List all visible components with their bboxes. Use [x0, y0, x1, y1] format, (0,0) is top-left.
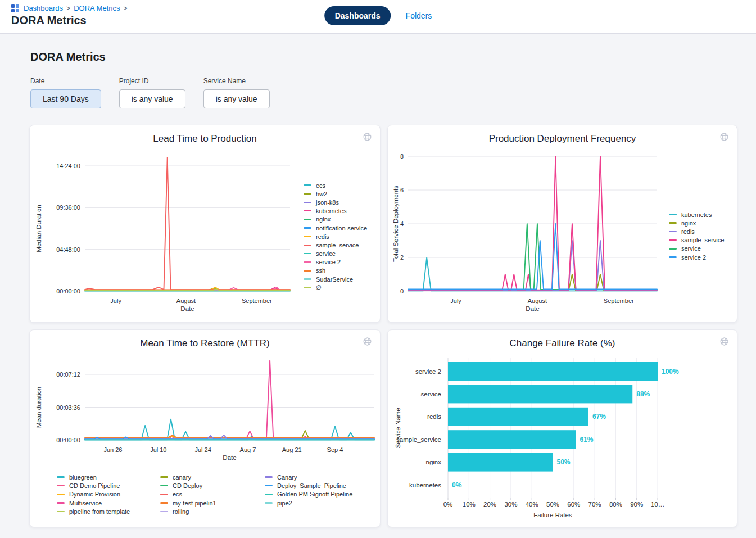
dashboard-title: DORA Metrics	[29, 51, 737, 64]
svg-text:14:24:00: 14:24:00	[56, 162, 80, 169]
legend-swatch	[304, 253, 311, 255]
legend-item[interactable]: Dynamic Provision	[57, 490, 160, 499]
svg-text:Jul 24: Jul 24	[194, 446, 211, 453]
legend-item[interactable]: sample_service	[669, 236, 724, 245]
legend-swatch	[57, 476, 65, 478]
legend-item[interactable]: Golden PM Signoff Pipeline	[265, 490, 352, 499]
legend-label: CD Deploy	[173, 482, 202, 489]
legend-swatch	[304, 287, 311, 289]
legend-swatch	[304, 219, 311, 220]
legend-swatch	[265, 485, 273, 487]
legend-item[interactable]: bluegreen	[57, 473, 160, 481]
legend-label: pipe2	[277, 500, 292, 507]
svg-text:August: August	[528, 297, 547, 304]
svg-text:6: 6	[400, 187, 404, 193]
legend-item[interactable]: json-k8s	[304, 198, 367, 206]
legend-swatch	[304, 227, 311, 229]
legend-item[interactable]: rolling	[160, 508, 265, 516]
legend-swatch	[669, 248, 677, 250]
legend-swatch	[669, 222, 677, 224]
svg-text:July: July	[450, 297, 461, 304]
legend-label: kubernetes	[316, 207, 346, 214]
breadcrumb-dashboards[interactable]: Dashboards	[24, 4, 63, 12]
service-name-filter-button[interactable]: is any value	[203, 89, 270, 108]
filter-date: Date Last 90 Days	[30, 77, 101, 108]
legend-label: sample_service	[316, 242, 359, 248]
legend-item[interactable]: canary	[160, 473, 265, 481]
svg-text:service 2: service 2	[415, 368, 441, 375]
legend-swatch	[160, 485, 168, 487]
svg-text:Jul 10: Jul 10	[150, 446, 166, 453]
legend-swatch	[669, 239, 677, 241]
legend-swatch	[669, 231, 677, 233]
filter-bar: Date Last 90 Days Project ID is any valu…	[29, 77, 737, 108]
legend-item[interactable]: service	[304, 250, 367, 258]
legend-item[interactable]: nginx	[304, 215, 367, 224]
legend-item[interactable]: notification-service	[304, 224, 367, 232]
legend-label: canary	[173, 474, 191, 481]
legend-swatch	[160, 502, 168, 504]
card-production-deployment-frequency: Production Deployment Frequency 02468Jul…	[387, 125, 737, 323]
svg-text:August: August	[176, 297, 196, 304]
tab-folders[interactable]: Folders	[406, 11, 432, 20]
svg-text:50%: 50%	[546, 501, 559, 508]
legend-item[interactable]: pipe2	[265, 499, 352, 507]
legend-item[interactable]: SudarService	[304, 275, 367, 283]
svg-text:2: 2	[400, 254, 404, 261]
legend-item[interactable]: sample_service	[304, 241, 367, 249]
legend-label: my-test-pipelin1	[173, 500, 216, 507]
legend-item[interactable]: service 2	[304, 258, 367, 266]
legend-item[interactable]: kubernetes	[304, 207, 367, 215]
breadcrumb-dora-metrics[interactable]: DORA Metrics	[74, 4, 120, 12]
legend-label: service 2	[316, 259, 341, 265]
svg-text:sample_service: sample_service	[396, 436, 441, 443]
legend-item[interactable]: ∅	[304, 283, 367, 292]
legend-item[interactable]: Deploy_Sample_Pipeline	[265, 481, 352, 490]
legend-item[interactable]: redis	[304, 232, 367, 241]
legend-item[interactable]: ssh	[304, 266, 367, 275]
tab-group: Dashboards Folders	[324, 6, 432, 25]
date-filter-button[interactable]: Last 90 Days	[30, 89, 101, 108]
legend-label: notification-service	[316, 225, 367, 232]
svg-text:88%: 88%	[636, 390, 650, 398]
legend-item[interactable]: ecs	[160, 490, 265, 499]
legend-item[interactable]: my-test-pipelin1	[160, 499, 265, 507]
filter-label: Service Name	[203, 77, 270, 85]
svg-text:04:48:00: 04:48:00	[56, 246, 80, 253]
legend-swatch	[669, 214, 677, 215]
change-failure-rate-chart: 0%10%20%30%40%50%60%70%80%90%10…service …	[388, 330, 738, 528]
legend-label: bluegreen	[69, 474, 97, 481]
svg-text:July: July	[110, 297, 121, 304]
legend-item[interactable]: CD Deploy	[160, 481, 265, 490]
svg-text:September: September	[242, 297, 272, 304]
legend-swatch	[57, 511, 65, 513]
svg-text:kubernetes: kubernetes	[409, 482, 441, 489]
legend-item[interactable]: service	[669, 245, 724, 253]
svg-text:Date: Date	[223, 454, 236, 461]
legend-swatch	[57, 485, 65, 487]
legend-item[interactable]: ecs	[304, 181, 367, 189]
legend-item[interactable]: kubernetes	[669, 210, 724, 219]
legend-item[interactable]: hw2	[304, 189, 367, 198]
svg-text:September: September	[604, 297, 634, 304]
legend-label: json-k8s	[316, 199, 339, 206]
legend-label: Dynamic Provision	[69, 491, 120, 498]
dashboards-grid-icon	[11, 4, 19, 12]
legend-item[interactable]: CD Demo Pipeline	[57, 481, 160, 490]
legend-swatch	[304, 261, 311, 263]
legend-item[interactable]: Canary	[265, 473, 352, 481]
legend-label: nginx	[316, 216, 331, 223]
svg-text:00:07:12: 00:07:12	[56, 371, 80, 378]
deployment-frequency-legend: kubernetesnginxredissample_serviceservic…	[669, 210, 724, 261]
tab-dashboards[interactable]: Dashboards	[324, 6, 391, 25]
legend-item[interactable]: Multiservice	[57, 499, 160, 507]
svg-text:Sep 4: Sep 4	[327, 446, 343, 453]
legend-item[interactable]: pipeline from template	[57, 508, 160, 516]
svg-text:Service Name: Service Name	[395, 408, 401, 448]
legend-item[interactable]: service 2	[669, 253, 724, 261]
svg-text:Failure Rates: Failure Rates	[533, 512, 572, 518]
legend-item[interactable]: redis	[669, 227, 724, 236]
project-id-filter-button[interactable]: is any value	[119, 89, 185, 108]
legend-label: ecs	[173, 491, 182, 498]
legend-item[interactable]: nginx	[669, 219, 724, 227]
